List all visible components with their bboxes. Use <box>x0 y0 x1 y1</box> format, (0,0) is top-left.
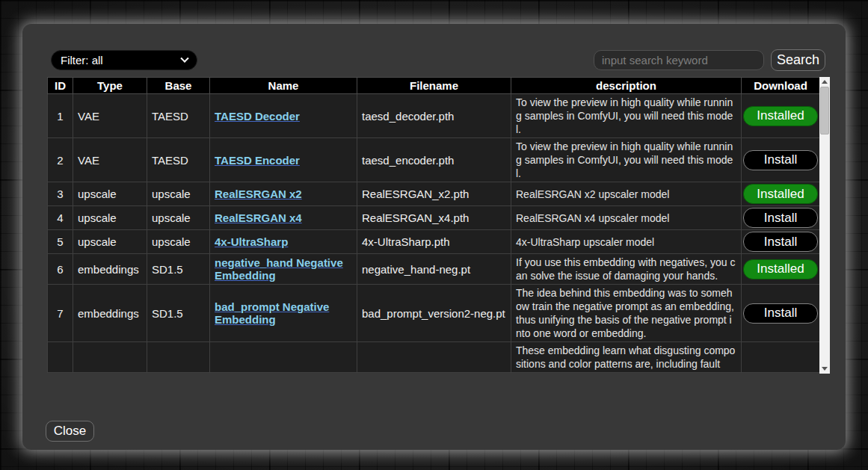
cell-filename: RealESRGAN_x4.pth <box>357 206 511 230</box>
cell-filename: taesd_encoder.pth <box>357 138 511 182</box>
cell-download: Installed <box>742 254 820 285</box>
cell-id: 4 <box>48 206 73 230</box>
cell-type: embeddings <box>73 254 147 285</box>
cell-filename: 4x-UltraSharp.pth <box>357 230 511 254</box>
cell-name: TAESD Encoder <box>210 138 357 182</box>
table-row: 1VAETAESDTAESD Decodertaesd_decoder.pthT… <box>48 94 820 138</box>
install-button[interactable]: Install <box>743 303 818 324</box>
cell-type: VAE <box>73 138 147 182</box>
cell-download: Install <box>742 138 820 182</box>
cell-download: Install <box>742 206 820 230</box>
cell-download: Installed <box>742 94 820 138</box>
cell-type: upscale <box>73 230 147 254</box>
model-name-link[interactable]: TAESD Encoder <box>215 154 300 167</box>
scrollbar-down-arrow-icon[interactable] <box>819 364 830 374</box>
table-row: 4upscaleupscaleRealESRGAN x4RealESRGAN_x… <box>48 206 820 230</box>
cell-id: 6 <box>48 254 73 285</box>
cell-id: 3 <box>48 182 73 206</box>
cell-filename: RealESRGAN_x2.pth <box>357 182 511 206</box>
model-name-link[interactable]: bad_prompt Negative Embedding <box>215 300 329 326</box>
cell-description: If you use this embedding with negatives… <box>511 254 742 285</box>
filter-dropdown[interactable]: Filter: all <box>51 50 197 70</box>
cell-name: 4x-UltraSharp <box>210 230 357 254</box>
cell-download: Installed <box>742 182 820 206</box>
comfyui-canvas: { "modal": { "filter": { "selected": "Fi… <box>0 0 868 470</box>
cell-base: upscale <box>147 206 210 230</box>
header-name: Name <box>210 78 357 94</box>
cell-filename: negative_hand-neg.pt <box>357 254 511 285</box>
cell-description: RealESRGAN x4 upscaler model <box>511 206 742 230</box>
install-button[interactable]: Install <box>743 150 818 170</box>
cell-id: 5 <box>48 230 73 254</box>
model-table: ID Type Base Name Filename description D… <box>47 77 820 373</box>
table-row: 5upscaleupscale4x-UltraSharp4x-UltraShar… <box>48 230 820 254</box>
table-row: These embedding learn what disgusting co… <box>48 342 820 373</box>
cell-filename: bad_prompt_version2-neg.pt <box>357 285 511 342</box>
header-description: description <box>511 78 742 94</box>
cell-filename: taesd_decoder.pth <box>357 94 511 138</box>
cell-name: RealESRGAN x2 <box>210 182 357 206</box>
installed-button[interactable]: Installed <box>743 106 818 126</box>
cell-description: To view the preview in high quality whil… <box>511 94 742 138</box>
table-row: 6embeddingsSD1.5negative_hand Negative E… <box>48 254 820 285</box>
cell-type: upscale <box>73 206 147 230</box>
chevron-down-icon <box>180 54 188 62</box>
cell-id: 1 <box>48 94 73 138</box>
model-name-link[interactable]: RealESRGAN x4 <box>215 211 302 224</box>
cell-description: The idea behind this embedding was to so… <box>511 285 742 342</box>
filter-dropdown-value: Filter: all <box>61 54 182 67</box>
close-button[interactable]: Close <box>46 421 94 442</box>
cell-id <box>48 342 73 373</box>
scrollbar-track[interactable] <box>819 87 830 364</box>
install-button[interactable]: Install <box>743 232 818 252</box>
header-id: ID <box>48 78 73 94</box>
cell-base: upscale <box>147 230 210 254</box>
cell-base: SD1.5 <box>147 285 210 342</box>
cell-type: embeddings <box>73 285 147 342</box>
cell-description: 4x-UltraSharp upscaler model <box>511 230 742 254</box>
cell-filename <box>357 342 511 373</box>
cell-download: Install <box>742 285 820 342</box>
model-name-link[interactable]: negative_hand Negative Embedding <box>215 256 343 282</box>
cell-base: TAESD <box>147 94 210 138</box>
header-type: Type <box>73 78 147 94</box>
cell-description: To view the preview in high quality whil… <box>511 138 742 182</box>
cell-name: TAESD Decoder <box>210 94 357 138</box>
cell-type: upscale <box>73 182 147 206</box>
scrollbar-thumb[interactable] <box>820 87 829 134</box>
cell-description: These embedding learn what disgusting co… <box>511 342 742 373</box>
search-input[interactable] <box>594 50 764 70</box>
model-name-link[interactable]: 4x-UltraSharp <box>215 235 288 248</box>
model-table-body: 1VAETAESDTAESD Decodertaesd_decoder.pthT… <box>48 94 820 373</box>
table-row: 2VAETAESDTAESD Encodertaesd_encoder.pthT… <box>48 138 820 182</box>
cell-download: Install <box>742 230 820 254</box>
install-models-dialog: Filter: all Search ID Type Base Name Fil… <box>22 24 846 450</box>
cell-base: SD1.5 <box>147 254 210 285</box>
scrollbar-up-arrow-icon[interactable] <box>819 77 830 87</box>
cell-base: upscale <box>147 182 210 206</box>
installed-button[interactable]: Installed <box>743 184 818 204</box>
header-filename: Filename <box>357 78 511 94</box>
header-base: Base <box>147 78 210 94</box>
table-header-row: ID Type Base Name Filename description D… <box>48 78 820 94</box>
cell-type <box>73 342 147 373</box>
cell-description: RealESRGAN x2 upscaler model <box>511 182 742 206</box>
table-row: 3upscaleupscaleRealESRGAN x2RealESRGAN_x… <box>48 182 820 206</box>
header-download: Download <box>742 78 820 94</box>
cell-type: VAE <box>73 94 147 138</box>
search-button[interactable]: Search <box>771 49 825 71</box>
cell-id: 2 <box>48 138 73 182</box>
install-button[interactable]: Install <box>743 208 818 228</box>
model-name-link[interactable]: RealESRGAN x2 <box>215 188 302 200</box>
table-scrollbar[interactable] <box>819 77 830 374</box>
cell-name: negative_hand Negative Embedding <box>210 254 357 285</box>
cell-base: TAESD <box>147 138 210 182</box>
cell-download <box>742 342 820 373</box>
installed-button[interactable]: Installed <box>743 259 818 279</box>
cell-name: RealESRGAN x4 <box>210 206 357 230</box>
cell-id: 7 <box>48 285 73 342</box>
model-name-link[interactable]: TAESD Decoder <box>215 110 300 123</box>
cell-base <box>147 342 210 373</box>
cell-name: bad_prompt Negative Embedding <box>210 285 357 342</box>
table-row: 7embeddingsSD1.5bad_prompt Negative Embe… <box>48 285 820 342</box>
